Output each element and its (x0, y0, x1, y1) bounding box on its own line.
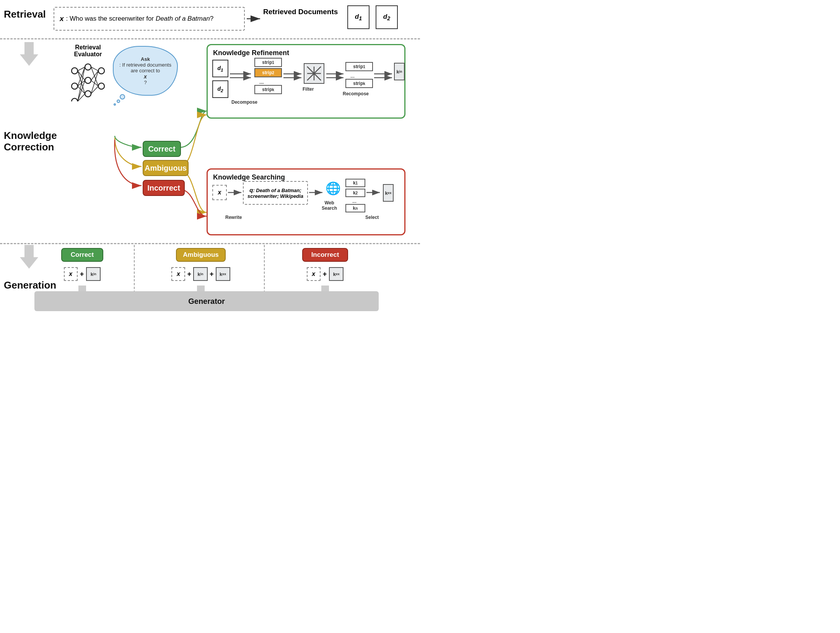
gen-correct-x: x (64, 267, 78, 281)
ks-arrow-1 (228, 189, 243, 197)
svg-point-19 (98, 68, 104, 74)
ks-arrow-2 (309, 189, 324, 197)
ks-query-box: q: Death of a Batman;screenwriter; Wikip… (243, 181, 308, 205)
stripk-box: stripk (254, 85, 282, 94)
incorrect-box: Incorrect (143, 180, 185, 196)
strip2-box: strip2 (254, 68, 282, 77)
svg-point-14 (72, 83, 78, 89)
query-text: : Who was the screenwriter for Death of … (66, 15, 214, 23)
diagram: Retrieval x : Who was the screenwriter f… (0, 0, 420, 316)
select-label: Select (365, 215, 379, 220)
ks-x-box: x (212, 185, 227, 200)
gen-correct-kin: kin (86, 267, 101, 281)
query-x: x (60, 15, 64, 23)
gen-correct-badge: Correct (61, 248, 103, 262)
filter-label: Filter (303, 86, 314, 92)
thought-bubble: Ask: If retrieved documents are correct … (113, 46, 178, 96)
recompose-label: Recompose (343, 91, 369, 96)
neural-net-icon (67, 59, 109, 101)
retrieval-evaluator-label: RetrievalEvaluator (71, 44, 105, 58)
web-icon: 🌐 (326, 181, 341, 196)
kr-arrow-3 (326, 68, 345, 91)
retrieved-docs-label: Retrieved Documents (263, 8, 338, 16)
filter-box (303, 63, 325, 84)
k1-box: k1 (345, 179, 365, 187)
doc-box-d1: d1 (347, 5, 370, 29)
svg-line-32 (91, 71, 98, 80)
kr-dots: ... (259, 79, 264, 85)
divider-2 (0, 243, 420, 244)
ambiguous-box: Ambiguous (143, 160, 189, 176)
gen-amb-x: x (171, 267, 185, 281)
strip1-box: strip1 (254, 58, 282, 67)
svg-point-17 (85, 77, 91, 83)
k2-box: k2 (345, 189, 365, 197)
gen-incorrect-badge: Incorrect (302, 248, 348, 262)
kr-arrow-4 (374, 68, 394, 87)
gen-ambiguous-formula: x + kin + kex (171, 267, 230, 281)
gen-incorr-x: x (307, 267, 321, 281)
retrieval-label: Retrieval (4, 8, 46, 20)
fstrip1-box: strip1 (345, 62, 373, 71)
web-search-label: WebSearch (322, 200, 337, 211)
svg-point-18 (85, 91, 91, 97)
generator-bar: Generator (34, 291, 379, 311)
gen-amb-kin: kin (193, 267, 208, 281)
svg-point-15 (72, 98, 78, 101)
kex-box: kex (383, 184, 394, 202)
kr-arrow-1 (230, 68, 253, 91)
gen-incorr-kex: kex (329, 267, 343, 281)
gen-incorrect-formula: x + kex (307, 267, 344, 281)
kr-arrow-2 (283, 68, 303, 91)
kr-title: Knowledge Refinement (213, 49, 289, 57)
kr-d1: d1 (212, 60, 228, 77)
kc-down-arrow (20, 245, 38, 269)
gen-amb-kex: kex (216, 267, 230, 281)
doc-box-d2: d2 (376, 5, 398, 29)
gen-correct-formula: x + kin (64, 267, 101, 281)
ks-dots: ... (352, 198, 357, 204)
query-box: x : Who was the screenwriter for Death o… (54, 7, 245, 31)
thought-bubble-circle-3 (114, 103, 116, 106)
kn-box: kn (345, 204, 365, 212)
svg-point-20 (98, 83, 104, 89)
kin-box: kin (394, 63, 405, 80)
retrieval-down-arrow (20, 42, 38, 66)
rewrite-label: Rewrite (225, 215, 242, 220)
correct-box: Correct (143, 141, 181, 157)
gen-ambiguous-badge: Ambiguous (176, 248, 226, 262)
ks-arrow-3 (366, 189, 382, 197)
thought-bubble-circle-1 (120, 94, 125, 100)
knowledge-searching-box: Knowledge Searching x Rewrite q: Death o… (207, 168, 405, 235)
svg-point-13 (72, 68, 78, 74)
ks-title: Knowledge Searching (213, 173, 285, 181)
svg-point-16 (85, 64, 91, 70)
knowledge-correction-label: KnowledgeCorrection (4, 130, 57, 153)
divider-1 (0, 38, 420, 39)
kr-d2: d2 (212, 80, 228, 98)
thought-bubble-circle-2 (117, 100, 120, 103)
decompose-label: Decompose (231, 100, 257, 105)
kr-fdots: ... (350, 73, 355, 79)
fstripk-box: stripk (345, 79, 373, 88)
knowledge-refinement-box: Knowledge Refinement d1 d2 Decompose str… (207, 44, 405, 119)
